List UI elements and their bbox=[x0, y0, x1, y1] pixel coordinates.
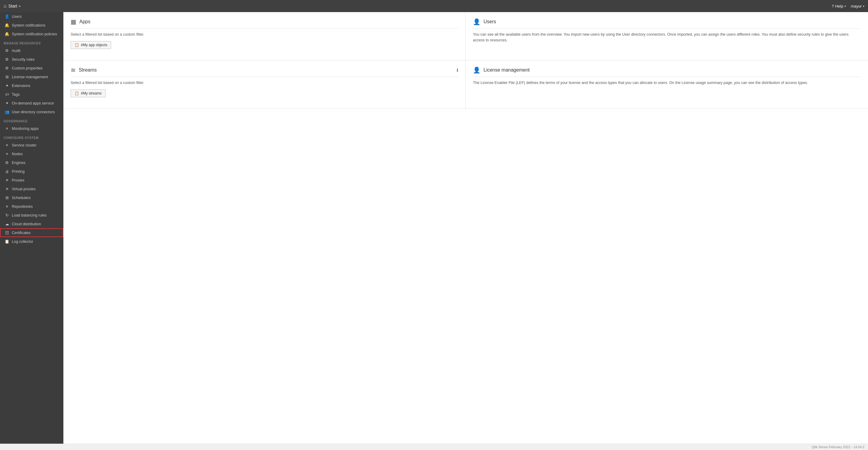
license-card-icon: 👤 bbox=[473, 66, 480, 74]
license-card-desc: The License Enabler File (LEF) defines t… bbox=[473, 80, 861, 86]
sidebar-item-printing-label: Printing bbox=[12, 170, 25, 174]
sidebar-item-system-notification-policies[interactable]: 🔔 System notification policies bbox=[0, 30, 63, 38]
main-content: ▦ Apps Select a filtered list based on a… bbox=[63, 12, 868, 444]
home-icon: ⌂ bbox=[4, 3, 7, 9]
sidebar-item-engines-label: Engines bbox=[12, 161, 25, 165]
engines-icon: ⚙ bbox=[4, 160, 9, 165]
sidebar-item-log-collector[interactable]: 📋 Log collector bbox=[0, 237, 63, 246]
streams-card-icon: ≋ bbox=[71, 66, 76, 74]
bell-policy-icon: 🔔 bbox=[4, 32, 9, 36]
extensions-icon: ✦ bbox=[4, 83, 9, 88]
apps-card-desc: Select a filtered list based on a custom… bbox=[71, 32, 458, 37]
custom-properties-icon: ⚙ bbox=[4, 66, 9, 70]
user-directory-icon: 👥 bbox=[4, 110, 9, 114]
my-streams-label: #My streams bbox=[81, 91, 102, 95]
help-icon: ? bbox=[832, 4, 834, 8]
sidebar-item-engines[interactable]: ⚙ Engines bbox=[0, 158, 63, 167]
sidebar-item-user-directory-connectors[interactable]: 👥 User directory connectors bbox=[0, 108, 63, 116]
topbar-right: ? Help ▾ mayur ▾ bbox=[832, 4, 864, 8]
cloud-distribution-icon: ☁ bbox=[4, 222, 9, 226]
sidebar-item-nodes-label: Nodes bbox=[12, 152, 23, 156]
users-icon: 👤 bbox=[4, 14, 9, 19]
sidebar-item-proxies-label: Proxies bbox=[12, 178, 25, 182]
streams-info-icon[interactable]: ℹ bbox=[457, 68, 458, 72]
sidebar-item-system-notification-policies-label: System notification policies bbox=[12, 32, 57, 36]
sidebar-item-repositories-label: Repositories bbox=[12, 205, 33, 209]
sidebar-item-tags[interactable]: 🏷 Tags bbox=[0, 90, 63, 99]
users-card-icon: 👤 bbox=[473, 18, 480, 25]
tags-icon: 🏷 bbox=[4, 92, 9, 97]
nodes-icon: ≡ bbox=[4, 152, 9, 156]
my-app-objects-button[interactable]: 📋 #My app objects bbox=[71, 41, 111, 49]
apps-card-icon: ▦ bbox=[71, 18, 76, 25]
sidebar-item-cloud-distribution[interactable]: ☁ Cloud distribution bbox=[0, 219, 63, 228]
sidebar-item-custom-properties-label: Custom properties bbox=[12, 66, 42, 70]
user-menu[interactable]: mayur ▾ bbox=[851, 4, 864, 8]
on-demand-icon: ✦ bbox=[4, 101, 9, 106]
license-management-card: 👤 License management The License Enabler… bbox=[466, 60, 868, 109]
streams-card-header: ≋ Streams ℹ bbox=[71, 66, 458, 77]
sidebar-item-load-balancing-rules[interactable]: ↻ Load balancing rules bbox=[0, 211, 63, 219]
sidebar-item-certificates[interactable]: ⚿ Certificates bbox=[0, 228, 63, 237]
apps-card-title: Apps bbox=[80, 19, 90, 25]
license-card-title: License management bbox=[484, 67, 530, 73]
audit-icon: ⚙ bbox=[4, 48, 9, 53]
sidebar-item-license-management-label: License management bbox=[12, 75, 48, 79]
sidebar-item-virtual-proxies[interactable]: ✕ Virtual proxies bbox=[0, 184, 63, 193]
streams-card: ≋ Streams ℹ Select a filtered list based… bbox=[63, 60, 466, 109]
bell-icon: 🔔 bbox=[4, 23, 9, 28]
apps-card: ▦ Apps Select a filtered list based on a… bbox=[63, 12, 466, 60]
sidebar-item-printing[interactable]: 🖨 Printing bbox=[0, 167, 63, 176]
sidebar-item-monitoring-apps[interactable]: ≡ Monitoring apps bbox=[0, 124, 63, 133]
user-dropdown-icon: ▾ bbox=[863, 4, 864, 8]
sidebar-item-audit[interactable]: ⚙ Audit bbox=[0, 46, 63, 55]
help-label: Help bbox=[835, 4, 843, 8]
cards-grid: ▦ Apps Select a filtered list based on a… bbox=[63, 12, 868, 109]
streams-card-desc: Select a filtered list based on a custom… bbox=[71, 80, 458, 86]
certificates-icon: ⚿ bbox=[4, 231, 9, 235]
start-dropdown-icon: ▾ bbox=[19, 4, 21, 8]
sidebar-item-repositories[interactable]: ≡ Repositories bbox=[0, 202, 63, 211]
btn-streams-icon: 📋 bbox=[74, 91, 79, 95]
proxies-icon: ✕ bbox=[4, 178, 9, 182]
sidebar-item-security-rules[interactable]: ⚙ Security rules bbox=[0, 55, 63, 64]
sidebar-item-on-demand-apps-service[interactable]: ✦ On-demand apps service bbox=[0, 99, 63, 108]
user-label: mayur bbox=[851, 4, 862, 8]
sidebar-item-system-notifications-label: System notifications bbox=[12, 23, 45, 28]
sidebar-item-extensions[interactable]: ✦ Extensions bbox=[0, 81, 63, 90]
sidebar-item-custom-properties[interactable]: ⚙ Custom properties bbox=[0, 64, 63, 72]
sidebar-item-nodes[interactable]: ≡ Nodes bbox=[0, 150, 63, 158]
sidebar-item-license-management[interactable]: ⊞ License management bbox=[0, 72, 63, 81]
users-card-header: 👤 Users bbox=[473, 18, 861, 29]
users-card-title: Users bbox=[484, 19, 496, 25]
help-menu[interactable]: ? Help ▾ bbox=[832, 4, 846, 8]
load-balancing-icon: ↻ bbox=[4, 213, 9, 217]
security-rules-icon: ⚙ bbox=[4, 57, 9, 62]
btn-bookmark-icon: 📋 bbox=[74, 43, 79, 47]
sidebar-item-on-demand-label: On-demand apps service bbox=[12, 101, 54, 106]
sidebar-item-load-balancing-label: Load balancing rules bbox=[12, 213, 46, 217]
sidebar-item-users[interactable]: 👤 Users bbox=[0, 12, 63, 21]
sidebar-item-service-cluster[interactable]: ≡ Service cluster bbox=[0, 141, 63, 150]
start-menu[interactable]: ⌂ Start ▾ bbox=[4, 3, 21, 9]
schedulers-icon: ⊞ bbox=[4, 196, 9, 200]
sidebar-item-monitoring-apps-label: Monitoring apps bbox=[12, 126, 39, 131]
license-icon: ⊞ bbox=[4, 74, 9, 79]
main-layout: 👤 Users 🔔 System notifications 🔔 System … bbox=[0, 12, 868, 444]
apps-card-header: ▦ Apps bbox=[71, 18, 458, 29]
sidebar-item-cloud-distribution-label: Cloud distribution bbox=[12, 222, 41, 226]
log-collector-icon: 📋 bbox=[4, 239, 9, 244]
sidebar-item-system-notifications[interactable]: 🔔 System notifications bbox=[0, 21, 63, 30]
my-streams-button[interactable]: 📋 #My streams bbox=[71, 89, 105, 97]
sidebar-item-proxies[interactable]: ✕ Proxies bbox=[0, 176, 63, 184]
virtual-proxies-icon: ✕ bbox=[4, 187, 9, 191]
printing-icon: 🖨 bbox=[4, 169, 9, 174]
streams-card-title: Streams bbox=[79, 67, 97, 73]
monitoring-icon: ≡ bbox=[4, 126, 9, 131]
sidebar-item-users-label: Users bbox=[12, 14, 22, 19]
sidebar-item-security-rules-label: Security rules bbox=[12, 57, 35, 62]
sidebar-item-extensions-label: Extensions bbox=[12, 84, 30, 88]
sidebar-item-schedulers[interactable]: ⊞ Schedulers bbox=[0, 193, 63, 202]
users-card: 👤 Users You can see all the available us… bbox=[466, 12, 868, 60]
sidebar: 👤 Users 🔔 System notifications 🔔 System … bbox=[0, 12, 63, 444]
